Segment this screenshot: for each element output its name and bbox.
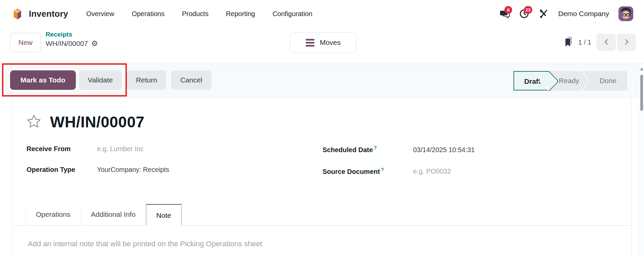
pager-count: 1 / 1 [578,39,591,46]
form-sheet: WH/IN/00007 Receive From e.g. Lumber Inc… [12,97,632,256]
operation-type-value[interactable]: YourCompany: Receipts [97,166,169,174]
field-operation-type: Operation Type YourCompany: Receipts [27,166,322,174]
note-input[interactable]: Add an internal note that will be printe… [12,226,631,256]
gear-icon[interactable]: ⚙ [91,40,98,47]
title-row: WH/IN/00007 [12,98,631,131]
hamburger-icon [306,39,314,47]
field-source-document: Source Document? e.g. PO0032 [322,167,617,176]
return-button[interactable]: Return [127,70,166,90]
notebook-tabs: Operations Additional Info Note [12,204,631,226]
form-fields: Receive From e.g. Lumber Inc Operation T… [12,145,631,188]
action-buttons: Mark as Todo Validate Return Cancel [10,70,211,90]
scheduled-date-value[interactable]: 03/14/2025 10:54:31 [413,146,475,154]
menu-reporting[interactable]: Reporting [226,10,255,18]
moves-button[interactable]: Moves [290,32,356,53]
receive-from-label: Receive From [27,145,97,153]
page-title[interactable]: WH/IN/00007 [50,113,145,131]
vertical-scrollbar[interactable] [639,64,644,256]
breadcrumb: Receipts WH/IN/00007 ⚙ [46,31,98,48]
menu-operations[interactable]: Operations [132,10,164,18]
status-bar: Draft Ready Done [513,71,627,90]
field-scheduled-date: Scheduled Date? 03/14/2025 10:54:31 [322,145,617,154]
help-icon[interactable]: ? [374,145,377,150]
cancel-button[interactable]: Cancel [171,70,211,90]
status-step-done[interactable]: Done [583,71,627,90]
validate-button[interactable]: Validate [79,70,122,90]
breadcrumb-row: New Receipts WH/IN/00007 ⚙ Moves 1 / 1 [0,27,644,64]
clock-icon [519,14,529,20]
status-step-draft[interactable]: Draft [513,71,549,90]
scheduled-date-label: Scheduled Date? [323,145,413,154]
pager-buttons [597,34,636,51]
help-icon[interactable]: ? [381,167,384,172]
tab-operations[interactable]: Operations [26,204,81,225]
top-nav-bar: Inventory Overview Operations Products R… [0,0,644,27]
menu-configuration[interactable]: Configuration [273,10,312,18]
activities-button[interactable]: 23 [519,9,529,19]
scrollbar-thumb[interactable] [640,75,643,111]
pager: 1 / 1 [565,34,636,51]
menu-overview[interactable]: Overview [86,10,114,18]
source-document-input[interactable]: e.g. PO0032 [413,168,451,175]
receive-from-input[interactable]: e.g. Lumber Inc [97,145,144,153]
breadcrumb-current: WH/IN/00007 ⚙ [46,40,98,48]
bookmark-icon[interactable] [565,36,573,48]
breadcrumb-receipts-link[interactable]: Receipts [46,31,98,38]
fields-left-column: Receive From e.g. Lumber Inc Operation T… [27,145,322,188]
chevron-left-icon [604,39,609,46]
wrench-screwdriver-icon [539,14,549,20]
pager-previous-button[interactable] [597,34,616,51]
moves-button-label: Moves [320,39,341,47]
breadcrumb-current-label: WH/IN/00007 [46,40,88,48]
company-name[interactable]: Demo Company [558,10,609,18]
mark-as-todo-button[interactable]: Mark as Todo [10,70,76,90]
star-outline-icon[interactable] [27,114,41,130]
menu-products[interactable]: Products [182,10,208,18]
new-button[interactable]: New [10,33,41,52]
messages-badge: 8 [504,6,512,14]
tab-additional-info[interactable]: Additional Info [81,204,146,225]
app-name[interactable]: Inventory [29,9,68,19]
activities-badge: 23 [524,6,532,14]
main-menu: Overview Operations Products Reporting C… [86,10,312,18]
operation-type-label: Operation Type [27,166,97,174]
chevron-right-icon [624,39,629,46]
topbar-right: 8 23 Demo Company [500,6,633,21]
scroll-up-arrow-icon[interactable] [640,68,643,70]
pager-next-button[interactable] [617,34,636,51]
control-bar: Mark as Todo Validate Return Cancel Draf… [0,64,644,97]
field-receive-from: Receive From e.g. Lumber Inc [27,145,322,153]
inventory-app-icon[interactable] [11,7,24,20]
messages-button[interactable]: 8 [500,9,510,19]
debug-tools-button[interactable] [539,9,549,19]
user-avatar[interactable] [618,6,633,21]
chat-bubbles-icon [500,14,510,20]
fields-right-column: Scheduled Date? 03/14/2025 10:54:31 Sour… [322,145,617,188]
source-document-label: Source Document? [323,167,413,176]
tab-note[interactable]: Note [146,204,182,226]
